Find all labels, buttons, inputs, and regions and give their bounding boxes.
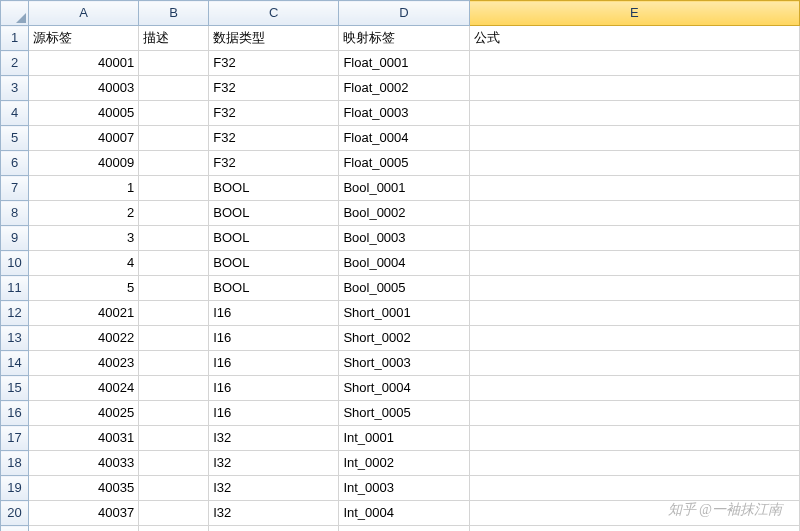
cell-D[interactable]: Float_0003 <box>339 101 469 126</box>
cell-C[interactable]: BOOL <box>209 226 339 251</box>
cell-B[interactable] <box>139 351 209 376</box>
cell-E[interactable] <box>469 476 799 501</box>
column-header-E[interactable]: E <box>469 1 799 26</box>
cell-C[interactable]: BOOL <box>209 176 339 201</box>
cell-A[interactable]: 40001 <box>29 51 139 76</box>
cell-C[interactable]: F32 <box>209 76 339 101</box>
cell-C[interactable]: I32 <box>209 526 339 532</box>
cell-D[interactable]: Int_0002 <box>339 451 469 476</box>
cell-B[interactable] <box>139 201 209 226</box>
cell-A[interactable]: 4 <box>29 251 139 276</box>
column-header-C[interactable]: C <box>209 1 339 26</box>
cell-C[interactable]: I16 <box>209 401 339 426</box>
cell-B[interactable] <box>139 51 209 76</box>
cell-B[interactable] <box>139 426 209 451</box>
row-header[interactable]: 15 <box>1 376 29 401</box>
cell-B[interactable] <box>139 126 209 151</box>
cell-A[interactable]: 40021 <box>29 301 139 326</box>
cell-C[interactable]: I32 <box>209 451 339 476</box>
cell-C[interactable]: BOOL <box>209 251 339 276</box>
cell-E[interactable] <box>469 276 799 301</box>
cell-A[interactable]: 3 <box>29 226 139 251</box>
cell-A[interactable]: 40039 <box>29 526 139 532</box>
cell-A[interactable]: 40033 <box>29 451 139 476</box>
cell-D[interactable]: Float_0005 <box>339 151 469 176</box>
cell-B[interactable] <box>139 376 209 401</box>
cell-E[interactable] <box>469 426 799 451</box>
row-header[interactable]: 18 <box>1 451 29 476</box>
cell-E[interactable] <box>469 376 799 401</box>
cell-E[interactable]: 公式 <box>469 26 799 51</box>
cell-E[interactable] <box>469 51 799 76</box>
cell-D[interactable]: Bool_0002 <box>339 201 469 226</box>
cell-D[interactable]: Float_0002 <box>339 76 469 101</box>
cell-E[interactable] <box>469 176 799 201</box>
row-header[interactable]: 20 <box>1 501 29 526</box>
cell-A[interactable]: 40023 <box>29 351 139 376</box>
cell-C[interactable]: I16 <box>209 376 339 401</box>
row-header[interactable]: 14 <box>1 351 29 376</box>
cell-A[interactable]: 40031 <box>29 426 139 451</box>
cell-B[interactable] <box>139 401 209 426</box>
cell-B[interactable] <box>139 451 209 476</box>
cell-C[interactable]: 数据类型 <box>209 26 339 51</box>
cell-B[interactable] <box>139 501 209 526</box>
cell-D[interactable]: 映射标签 <box>339 26 469 51</box>
cell-B[interactable] <box>139 326 209 351</box>
cell-A[interactable]: 40035 <box>29 476 139 501</box>
column-header-B[interactable]: B <box>139 1 209 26</box>
row-header[interactable]: 10 <box>1 251 29 276</box>
cell-D[interactable]: Int_0004 <box>339 501 469 526</box>
row-header[interactable]: 1 <box>1 26 29 51</box>
cell-E[interactable] <box>469 151 799 176</box>
cell-B[interactable]: 描述 <box>139 26 209 51</box>
cell-C[interactable]: I32 <box>209 426 339 451</box>
cell-A[interactable]: 源标签 <box>29 26 139 51</box>
cell-D[interactable]: Int_0003 <box>339 476 469 501</box>
cell-E[interactable] <box>469 326 799 351</box>
cell-D[interactable]: Float_0001 <box>339 51 469 76</box>
row-header[interactable]: 8 <box>1 201 29 226</box>
cell-E[interactable] <box>469 301 799 326</box>
cell-C[interactable]: I16 <box>209 351 339 376</box>
cell-B[interactable] <box>139 301 209 326</box>
cell-C[interactable]: BOOL <box>209 201 339 226</box>
row-header[interactable]: 7 <box>1 176 29 201</box>
cell-B[interactable] <box>139 176 209 201</box>
cell-C[interactable]: F32 <box>209 51 339 76</box>
cell-B[interactable] <box>139 226 209 251</box>
row-header[interactable]: 16 <box>1 401 29 426</box>
cell-D[interactable]: Bool_0001 <box>339 176 469 201</box>
cell-D[interactable]: Bool_0003 <box>339 226 469 251</box>
cell-E[interactable] <box>469 526 799 532</box>
cell-E[interactable] <box>469 501 799 526</box>
row-header[interactable]: 3 <box>1 76 29 101</box>
cell-B[interactable] <box>139 476 209 501</box>
cell-C[interactable]: I16 <box>209 301 339 326</box>
cell-E[interactable] <box>469 401 799 426</box>
spreadsheet-grid[interactable]: A B C D E 1源标签描述数据类型映射标签公式240001F32Float… <box>0 0 800 531</box>
cell-A[interactable]: 40009 <box>29 151 139 176</box>
cell-C[interactable]: I32 <box>209 501 339 526</box>
column-header-A[interactable]: A <box>29 1 139 26</box>
cell-D[interactable]: Float_0004 <box>339 126 469 151</box>
cell-E[interactable] <box>469 101 799 126</box>
cell-D[interactable]: Short_0004 <box>339 376 469 401</box>
cell-A[interactable]: 1 <box>29 176 139 201</box>
row-header[interactable]: 4 <box>1 101 29 126</box>
row-header[interactable]: 9 <box>1 226 29 251</box>
cell-A[interactable]: 5 <box>29 276 139 301</box>
cell-B[interactable] <box>139 151 209 176</box>
cell-A[interactable]: 40022 <box>29 326 139 351</box>
cell-A[interactable]: 40037 <box>29 501 139 526</box>
row-header[interactable]: 11 <box>1 276 29 301</box>
cell-C[interactable]: I32 <box>209 476 339 501</box>
cell-E[interactable] <box>469 226 799 251</box>
cell-E[interactable] <box>469 451 799 476</box>
row-header[interactable]: 6 <box>1 151 29 176</box>
row-header[interactable]: 12 <box>1 301 29 326</box>
cell-D[interactable]: Bool_0005 <box>339 276 469 301</box>
cell-B[interactable] <box>139 526 209 532</box>
row-header[interactable]: 2 <box>1 51 29 76</box>
cell-B[interactable] <box>139 101 209 126</box>
